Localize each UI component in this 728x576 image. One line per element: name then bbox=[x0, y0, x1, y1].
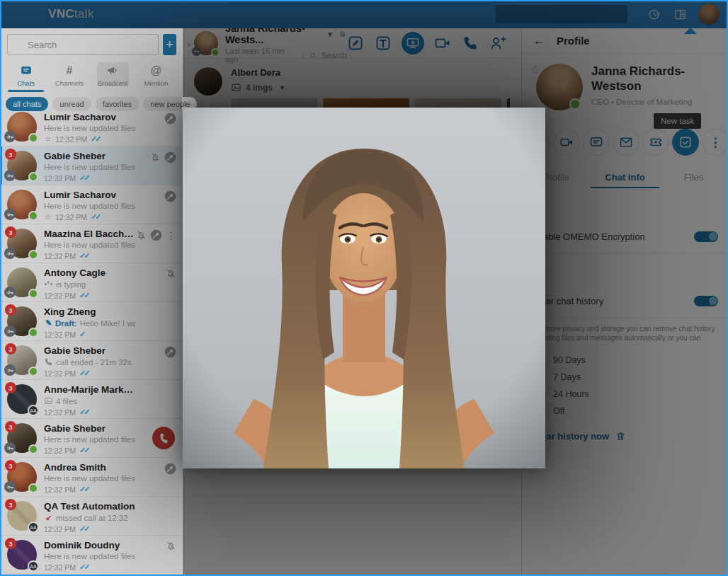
megaphone-icon bbox=[106, 64, 119, 77]
chat-list-item[interactable]: 3Xing Zheng✎Draft:Hello Mike! I was plan… bbox=[0, 302, 182, 341]
unread-count-badge: 3 bbox=[5, 226, 16, 238]
sidebar-search-input[interactable] bbox=[28, 40, 152, 50]
chat-row-icons bbox=[164, 190, 176, 202]
chat-avatar: 3AA bbox=[7, 384, 37, 414]
sidebar-tab-broadcast[interactable]: Broadcast bbox=[91, 61, 135, 91]
omemo-key-badge bbox=[4, 481, 16, 493]
more-dots-v-icon[interactable]: ⋮ bbox=[166, 230, 176, 241]
delivery-checks-icon: ✓✓ bbox=[79, 291, 90, 300]
online-status-dot bbox=[28, 444, 38, 454]
declined-call-button[interactable] bbox=[152, 427, 175, 449]
chat-list-item[interactable]: 3AAAnne-Marije Markink4 files12:32 PM✓✓ bbox=[0, 380, 182, 419]
bell-mute-icon bbox=[166, 541, 176, 551]
unread-count-badge: 3 bbox=[5, 421, 16, 432]
delivery-checks-icon: ✓✓ bbox=[79, 251, 90, 260]
chat-name: Lumir Sacharov bbox=[44, 112, 135, 122]
tab-label: Chats bbox=[17, 79, 35, 87]
chat-last-message: call ended - 21m 32s bbox=[44, 357, 135, 367]
sidebar-tab-chats[interactable]: Chats bbox=[4, 61, 47, 91]
chat-avatar: 3 bbox=[7, 151, 37, 180]
key-icon bbox=[6, 367, 14, 374]
chat-list-item[interactable]: 3Gabie SheberHere is new updated files.1… bbox=[0, 146, 182, 185]
chat-row-icons bbox=[164, 463, 176, 475]
chat-row-icons bbox=[166, 541, 176, 551]
chat-list-item[interactable]: 3Gabie SheberHere is new updated files.1… bbox=[0, 419, 182, 458]
chat-meta: ☆12:32 PM✓✓ bbox=[44, 134, 135, 144]
sidebar-search[interactable] bbox=[7, 34, 159, 55]
chat-meta: 12:32 PM✓✓ bbox=[44, 524, 135, 534]
chat-list-item[interactable]: 3Maazina El BacchusHere is new updated f… bbox=[0, 224, 182, 263]
chat-last-message: ✎Draft:Hello Mike! I was planing to join… bbox=[44, 318, 135, 328]
chat-name: Gabie Sheber bbox=[44, 423, 135, 434]
chat-avatar: 3AA bbox=[7, 501, 37, 531]
pin-icon bbox=[164, 346, 176, 358]
bell-mute-icon bbox=[166, 268, 176, 279]
sidebar-tab-channels[interactable]: #Channels bbox=[47, 61, 91, 91]
delivery-checks-icon: ✓✓ bbox=[79, 563, 90, 572]
chat-time: 12:32 PM bbox=[55, 213, 87, 221]
chat-list-item[interactable]: Lumir SacharovHere is new updated files.… bbox=[0, 108, 182, 146]
chat-meta: 12:32 PM✓✓ bbox=[44, 563, 135, 572]
chat-list-item[interactable]: 3Gabie Shebercall ended - 21m 32s12:32 P… bbox=[0, 341, 182, 380]
chat-last-message: Here is new updated files. bbox=[44, 435, 135, 444]
chat-last-message: •*•is typing bbox=[44, 280, 135, 289]
online-status-dot bbox=[28, 328, 38, 338]
omemo-key-badge bbox=[4, 442, 16, 454]
chat-time: 12:32 PM bbox=[44, 485, 76, 494]
delivery-checks-icon: ✓✓ bbox=[91, 212, 101, 221]
chat-list-item[interactable]: Lumir SacharovHere is new updated files.… bbox=[0, 185, 182, 224]
image-preview bbox=[183, 108, 545, 468]
sidebar-tab-mention[interactable]: @Mention bbox=[135, 61, 178, 91]
tab-label: Mention bbox=[144, 79, 168, 87]
chat-list-item[interactable]: 3AAQA Test Automation↙missed call at 12:… bbox=[0, 497, 182, 536]
delivery-checks-icon: ✓✓ bbox=[79, 485, 90, 494]
chat-row-icons bbox=[166, 268, 176, 279]
chat-time: 12:32 PM bbox=[44, 563, 76, 572]
chat-meta: 12:32 PM✓✓ bbox=[44, 485, 135, 494]
key-icon bbox=[6, 211, 14, 219]
chat-name: Anne-Marije Markink bbox=[44, 384, 135, 395]
delivery-checks-icon: ✓ bbox=[79, 330, 86, 339]
online-status-dot bbox=[28, 133, 38, 143]
at-icon: @ bbox=[149, 64, 162, 77]
online-status-dot bbox=[28, 250, 38, 260]
group-initials-badge: AA bbox=[28, 560, 39, 572]
chat-name: Gabie Sheber bbox=[44, 151, 135, 161]
delivery-checks-icon: ✓✓ bbox=[79, 369, 90, 378]
tab-label: Broadcast bbox=[98, 79, 128, 87]
star-icon: ☆ bbox=[44, 213, 52, 221]
key-icon bbox=[6, 289, 14, 296]
phone-declined-icon bbox=[158, 432, 170, 444]
chat-time: 12:32 PM bbox=[44, 525, 76, 534]
online-status-dot bbox=[28, 211, 38, 221]
pin-icon bbox=[164, 463, 176, 475]
chat-avatar: 3AA bbox=[7, 540, 37, 570]
omemo-key-badge bbox=[4, 248, 16, 259]
chat-time: 12:32 PM bbox=[44, 408, 76, 417]
chat-last-message: Here is new updated files. bbox=[44, 163, 135, 171]
chat-list-item[interactable]: 3Andrea SmithHere is new updated files.1… bbox=[0, 458, 182, 497]
new-chat-button[interactable]: + bbox=[163, 34, 176, 55]
chat-meta: 12:32 PM✓✓ bbox=[44, 251, 135, 260]
chat-avatar bbox=[7, 112, 37, 142]
chat-meta: 12:32 PM✓ bbox=[44, 330, 135, 339]
chat-avatar: 3 bbox=[7, 229, 37, 258]
chat-last-message: 4 files bbox=[44, 396, 135, 405]
chat-name: QA Test Automation bbox=[44, 501, 135, 512]
pin-icon bbox=[164, 190, 176, 202]
unread-count-badge: 3 bbox=[5, 382, 16, 393]
chat-name: Maazina El Bacchus bbox=[44, 229, 135, 239]
delivery-checks-icon: ✓✓ bbox=[91, 134, 101, 144]
unread-count-badge: 3 bbox=[5, 538, 16, 549]
chat-list-item[interactable]: 3AADominik DoudnyHere is new updated fil… bbox=[0, 536, 182, 575]
chat-time: 12:32 PM bbox=[44, 252, 76, 260]
chat-row-icons: ⋮ bbox=[136, 229, 176, 241]
bell-mute-icon bbox=[136, 230, 147, 241]
pin-icon bbox=[150, 229, 162, 241]
vnctalk-window: VNCtalk + Chats#ChannelsBroadcast@Mentio… bbox=[0, 0, 728, 576]
online-status-dot bbox=[28, 289, 38, 299]
chat-list-item[interactable]: Antony Cagle•*•is typing12:32 PM✓✓ bbox=[0, 263, 182, 302]
typing-dots-icon: •*• bbox=[44, 280, 53, 289]
chat-name: Andrea Smith bbox=[44, 462, 135, 473]
unread-count-badge: 3 bbox=[5, 304, 16, 316]
